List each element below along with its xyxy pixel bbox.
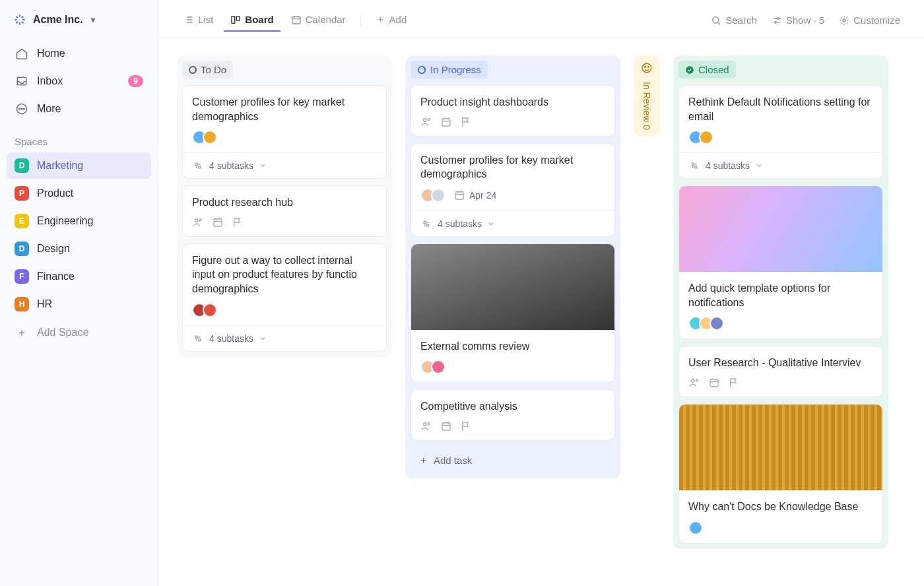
svg-point-2 [21,108,22,110]
card-cover-image [679,405,882,490]
avatar [699,130,713,145]
sidebar-space-finance[interactable]: FFinance [7,263,151,290]
flag-icon[interactable] [460,116,472,128]
svg-point-16 [428,118,430,120]
task-card[interactable]: Figure out a way to collect internal inp… [182,244,387,352]
assignee-avatars[interactable] [688,521,703,535]
space-chip-icon: P [15,186,29,201]
sidebar-space-design[interactable]: DDesign [7,236,151,262]
assignee-avatars[interactable] [688,130,713,145]
column-header-in-progress[interactable]: In Progress [411,61,488,79]
assignee-icon[interactable] [192,216,204,228]
customize-button[interactable]: Customize [834,11,906,30]
column-in-review-collapsed[interactable]: In Review 0 [634,55,660,137]
svg-point-23 [645,67,646,68]
flag-icon[interactable] [460,420,472,432]
calendar-icon [453,189,465,201]
gear-icon [839,15,849,26]
card-meta [688,316,873,331]
show-button[interactable]: Show · 5 [766,11,830,30]
svg-rect-28 [710,379,718,387]
svg-point-24 [648,67,649,68]
task-card[interactable]: Why can't Docs be Knowledge Base [678,404,883,544]
date-icon[interactable] [440,420,452,432]
assignee-avatars[interactable] [420,360,446,374]
card-meta [688,521,873,535]
sidebar-space-marketing[interactable]: DMarketing [7,152,151,179]
subtask-toggle[interactable]: 4 subtasks [411,211,614,236]
add-task-button[interactable]: ＋ Add task [411,447,615,473]
nav-more[interactable]: More [7,95,151,123]
svg-point-11 [195,219,199,222]
subtask-toggle[interactable]: 4 subtasks [679,152,882,178]
card-meta [688,377,873,389]
view-tab-board[interactable]: Board [224,9,280,32]
svg-rect-4 [232,16,235,23]
space-label: Design [37,243,70,255]
show-label: Show · 5 [786,15,824,26]
assignee-avatars[interactable] [192,130,217,145]
task-card[interactable]: Add quick template options for notificat… [678,185,883,339]
sidebar-space-product[interactable]: PProduct [7,180,151,207]
subtask-icon [688,160,700,172]
task-card[interactable]: Competitive analysis [411,389,615,441]
progress-icon [417,65,426,75]
avatar [431,188,446,203]
flag-icon[interactable] [728,377,740,389]
view-tab-calendar[interactable]: Calendar [284,9,352,32]
assignee-avatars[interactable] [688,316,724,331]
task-title: Figure out a way to collect internal inp… [192,253,377,296]
date-icon[interactable] [708,377,720,389]
subtask-count: 4 subtasks [209,160,253,171]
column-header-closed[interactable]: Closed [678,61,736,79]
svg-rect-21 [442,423,450,430]
nav-inbox[interactable]: Inbox 9 [7,67,151,95]
view-tab-list[interactable]: List [177,9,220,32]
workspace-switcher[interactable]: Acme Inc. ▾ [0,5,158,34]
nav-home[interactable]: Home [7,40,151,67]
sidebar-space-hr[interactable]: HHR [7,291,151,317]
add-view-button[interactable]: ＋ Add [369,8,414,32]
assignee-icon[interactable] [420,420,432,432]
task-card[interactable]: Product insight dashboards [411,85,615,137]
card-meta [192,216,377,228]
task-card[interactable]: Customer profiles for key market demogra… [411,143,615,237]
add-task-label: Add task [434,455,472,466]
card-meta [688,130,873,145]
date-icon[interactable] [440,116,452,128]
add-view-label: Add [389,14,407,25]
task-card[interactable]: Product research hub [182,185,387,237]
avatar [710,316,724,331]
card-meta [192,303,377,317]
assignee-avatars[interactable] [420,188,446,203]
space-chip-icon: E [15,214,29,228]
flag-icon[interactable] [232,216,244,228]
date-icon[interactable] [212,216,224,228]
board: To Do Customer profiles for key market d… [158,38,924,586]
subtask-toggle[interactable]: 4 subtasks [183,325,386,351]
add-space-button[interactable]: ＋ Add Space [0,319,158,346]
assignee-icon[interactable] [420,116,432,128]
column-header-todo[interactable]: To Do [182,61,233,79]
sidebar-space-engineering[interactable]: EEngineering [7,208,151,234]
assignee-avatars[interactable] [192,303,217,317]
board-icon [230,15,241,25]
due-date[interactable]: Apr 24 [453,189,496,201]
svg-rect-6 [292,16,300,24]
view-tab-board-label: Board [245,14,273,25]
nav-more-label: More [37,103,61,115]
svg-point-8 [777,18,779,20]
space-label: HR [37,298,52,310]
subtask-toggle[interactable]: 4 subtasks [183,152,386,178]
task-title: Competitive analysis [420,399,605,414]
search-button[interactable]: Search [706,11,762,30]
task-card[interactable]: User Research - Qualitative Interviev [678,346,883,397]
assignee-icon[interactable] [688,377,700,389]
plus-icon: ＋ [376,13,385,26]
task-title: External comms review [420,339,605,354]
space-label: Engineering [37,215,93,227]
avatar [203,303,217,317]
task-card[interactable]: External comms review [411,244,615,383]
task-card[interactable]: Customer profiles for key market demogra… [182,85,387,179]
task-card[interactable]: Rethink Default Notifications setting fo… [678,85,883,179]
